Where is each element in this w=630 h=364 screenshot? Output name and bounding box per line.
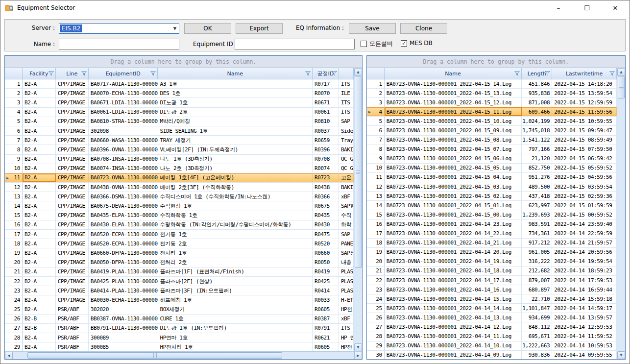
grid-cell[interactable]: BA0430-ELPA-1130-000001 xyxy=(89,220,158,229)
grid-cell[interactable]: PSR/ABF xyxy=(56,342,89,351)
grid-cell[interactable]: BA0723-OVNA-1130-000001_2022-04-15_00.Lo… xyxy=(385,210,522,219)
grid-cell[interactable]: 437,418 xyxy=(522,192,552,200)
grid-cell[interactable]: BA0723-OVNA-1130-000001_2022-04-14_16.Lo… xyxy=(385,285,522,294)
grid-cell[interactable]: 2022-04-14 18:59:23 xyxy=(552,267,617,275)
grid-cell[interactable]: B2-A xyxy=(23,305,56,314)
table-row[interactable]: 3B2-ACPP/IMAGEBA0671-LDIA-1130-000001DI노… xyxy=(5,98,354,107)
table-row[interactable]: 14B2-ACPP/IMAGEBA0675-DEVA-1130-000001수직… xyxy=(5,201,354,211)
grid-cell[interactable]: B2-A xyxy=(23,108,56,117)
grid-cell[interactable]: CPP/IMAGE xyxy=(56,267,89,276)
grid-cell[interactable]: B2-A xyxy=(23,183,56,192)
grid-cell[interactable]: R0723 xyxy=(313,173,339,182)
grid-cell[interactable]: 전기동 2호 xyxy=(158,239,313,248)
grid-cell[interactable]: 베이킹 2호[3F] (수직화학동) xyxy=(158,183,313,192)
grid-cell[interactable]: CPP/IMAGE xyxy=(56,192,89,201)
grid-cell[interactable]: 451,846 xyxy=(522,79,552,88)
filter-icon[interactable] xyxy=(305,71,311,76)
grid-cell[interactable]: 2022-04-14 20:59:56 xyxy=(552,248,617,257)
table-row[interactable]: 20B2-ACPP/IMAGEBA0050-DFPA-1130-000001전처… xyxy=(5,258,354,267)
table-row[interactable]: 16B2-ACPP/IMAGEBA0430-ELPA-1130-000001수평… xyxy=(5,220,354,230)
grid-cell[interactable]: R0438 xyxy=(313,183,339,192)
grid-cell[interactable]: xBF xyxy=(339,192,354,201)
grid-cell[interactable]: 화학 xyxy=(339,220,354,229)
grid-cell[interactable]: BA0723-OVNA-1130-000001_2022-04-15_03.Lo… xyxy=(385,182,522,191)
grid-cell[interactable]: 302098 xyxy=(89,126,158,135)
table-row[interactable]: 20BA0723-OVNA-1130-000001_2022-04-14_19.… xyxy=(367,257,617,267)
grid-cell[interactable]: 1,541,122 xyxy=(522,136,552,145)
grid-cell[interactable]: 300085 xyxy=(89,342,158,351)
grid-cell[interactable]: 수직화학동 1호 xyxy=(158,211,313,220)
grid-cell[interactable]: 2022-04-14 23:59:40 xyxy=(552,219,617,228)
grid-cell[interactable]: R0430 xyxy=(313,220,339,229)
grid-cell[interactable]: CPP/IMAGE xyxy=(56,211,89,220)
grid-cell[interactable]: R0791 xyxy=(313,324,339,333)
grid-cell[interactable]: TRAY 세정기 xyxy=(158,136,313,145)
grid-cell[interactable]: B2-A xyxy=(23,342,56,351)
scroll-down-button[interactable]: ▼ xyxy=(617,351,625,359)
grid-cell[interactable]: 871,008 xyxy=(522,98,552,107)
left-hscroll-thumb[interactable] xyxy=(27,352,282,359)
table-row[interactable]: ▶4BA0723-OVNA-1130-000001_2022-04-15_11.… xyxy=(367,107,617,117)
grid-cell[interactable]: DI노광 2호 xyxy=(158,108,313,117)
chevron-down-icon[interactable]: ▼ xyxy=(171,26,179,31)
grid-cell[interactable]: CPP/IMAGE xyxy=(56,145,89,154)
grid-cell[interactable]: 1,239,693 xyxy=(522,210,552,219)
grid-cell[interactable]: 489,500 xyxy=(522,182,552,191)
left-horizontal-scrollbar[interactable]: ◀ ▶ xyxy=(5,351,362,359)
save-button[interactable]: Save xyxy=(349,23,396,34)
grid-cell[interactable]: ITS xyxy=(339,98,354,107)
grid-cell[interactable]: BA0723-OVNA-1130-000001_2022-04-15_10.Lo… xyxy=(385,117,522,125)
grid-cell[interactable]: BA0723-OVNA-1130-000001_2022-04-14_19.Lo… xyxy=(385,257,522,266)
grid-cell[interactable]: 플라즈마[1F] (표면처리/Finish) xyxy=(158,267,313,276)
grid-cell[interactable]: 609,466 xyxy=(522,107,552,116)
grid-cell[interactable]: BA0723-OVNA-1130-000001_2022-04-14_20.Lo… xyxy=(385,248,522,257)
column-header-EquipmentID[interactable]: EquipmentID xyxy=(89,68,158,79)
grid-cell[interactable]: 2022-04-14 14:59:17 xyxy=(552,304,617,313)
grid-cell[interactable]: R0605 xyxy=(313,342,339,351)
grid-cell[interactable]: 2022-04-15 05:59:52 xyxy=(552,164,617,172)
filter-icon[interactable] xyxy=(545,71,550,76)
grid-cell[interactable]: BA0675-DEVA-1130-000001 xyxy=(89,201,158,210)
grid-cell[interactable]: R0425 xyxy=(313,277,339,286)
table-row[interactable]: 27BA0723-OVNA-1130-000001_2022-04-14_12.… xyxy=(367,322,617,332)
grid-cell[interactable]: BA0723-OVNA-1130-000001_2022-04-14_17.Lo… xyxy=(385,276,522,285)
grid-cell[interactable]: 2022-04-15 11:59:56 xyxy=(552,107,617,116)
grid-cell[interactable]: B2-A xyxy=(23,164,56,173)
grid-cell[interactable]: BA0723-OVNA-1130-000001_2022-04-14_23.Lo… xyxy=(385,219,522,228)
table-row[interactable]: 5B2-ACPP/IMAGEBA0810-STRA-1130-000001M박리… xyxy=(5,117,354,126)
equipment-id-input[interactable] xyxy=(235,39,355,49)
grid-cell[interactable]: 2022-04-14 09:59:55 xyxy=(552,351,617,359)
filter-icon[interactable] xyxy=(48,71,54,76)
table-row[interactable]: 4B2-ACPP/IMAGEBA0061-LDIA-1130-000001DI노… xyxy=(5,108,354,117)
scroll-down-button[interactable]: ▼ xyxy=(354,343,362,351)
grid-cell[interactable]: 2022-04-14 15:59:18 xyxy=(552,294,617,303)
scroll-up-button[interactable]: ▲ xyxy=(354,68,362,76)
grid-cell[interactable]: ITS xyxy=(339,324,354,333)
grid-cell[interactable]: 1,222,663 xyxy=(522,341,552,350)
left-vscroll-track[interactable] xyxy=(354,76,362,343)
grid-cell[interactable]: DES 1호 xyxy=(158,89,313,97)
grid-cell[interactable]: 수직디스미어 1호 (수직화학동/IN:나노스캔) xyxy=(158,192,313,201)
table-row[interactable]: 12B2-ACPP/IMAGEBA0438-OVNA-1130-000001베이… xyxy=(5,183,354,192)
grid-cell[interactable]: CPP/IMAGE xyxy=(56,220,89,229)
grid-cell[interactable]: BA0660-DFPA-1130-000001 xyxy=(89,248,158,257)
grid-cell[interactable]: B2-B xyxy=(23,324,56,333)
grid-cell[interactable]: CPP/IMAGE xyxy=(56,155,89,164)
grid-cell[interactable]: BAKI xyxy=(339,183,354,192)
grid-cell[interactable]: BA0723-OVNA-1130-000001_2022-04-15_13.Lo… xyxy=(385,89,522,97)
grid-cell[interactable]: PANE xyxy=(339,239,354,248)
grid-cell[interactable]: xBF xyxy=(339,315,354,323)
grid-cell[interactable]: CPP/IMAGE xyxy=(56,98,89,107)
grid-cell[interactable]: R0387 xyxy=(313,315,339,323)
grid-cell[interactable]: HP전 xyxy=(339,305,354,314)
table-row[interactable]: 15B2-ACPP/IMAGEBA0435-ELPA-1130-000001수직… xyxy=(5,211,354,220)
table-row[interactable]: 29B2-APSR/ABF300085HP전처리 1호R0605HP전 xyxy=(5,342,354,351)
grid-cell[interactable]: PLAS xyxy=(339,277,354,286)
table-row[interactable]: 15BA0723-OVNA-1130-000001_2022-04-15_00.… xyxy=(367,210,617,219)
grid-cell[interactable]: Side xyxy=(339,126,354,135)
table-row[interactable]: 23BA0723-OVNA-1130-000001_2022-04-14_16.… xyxy=(367,285,617,294)
grid-cell[interactable]: ITS xyxy=(339,108,354,117)
grid-cell[interactable]: B2-A xyxy=(23,248,56,257)
grid-cell[interactable]: 2022-04-15 03:59:54 xyxy=(552,182,617,191)
grid-cell[interactable]: B2-A xyxy=(23,211,56,220)
